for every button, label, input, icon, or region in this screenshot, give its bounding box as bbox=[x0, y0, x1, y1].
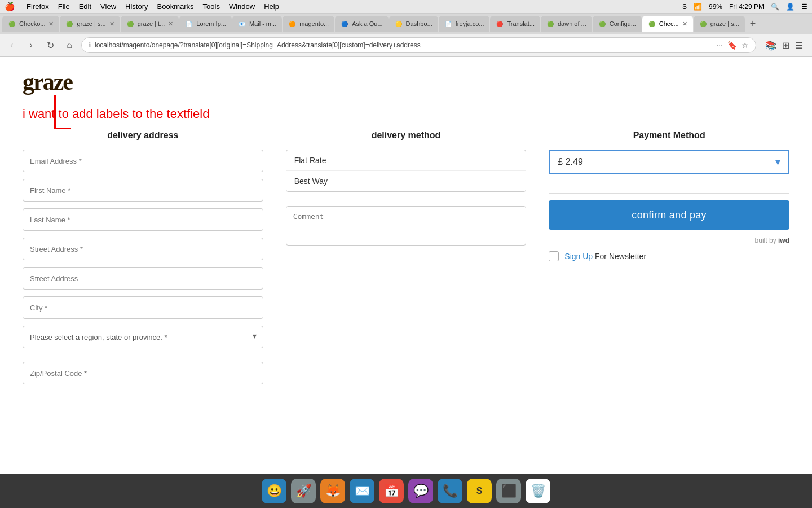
bookmark-icon[interactable]: ☆ bbox=[742, 41, 749, 50]
payment-divider-2 bbox=[549, 193, 789, 194]
menu-bookmarks[interactable]: Bookmarks bbox=[157, 2, 194, 11]
price-dropdown[interactable]: £ 2.49 ▾ bbox=[549, 150, 789, 174]
tab-label: dawn of ... bbox=[558, 20, 586, 27]
price-value: £ 2.49 bbox=[558, 157, 582, 167]
wifi-icon: 📶 bbox=[694, 3, 702, 11]
tab-lorem[interactable]: 📄 Lorem Ip... bbox=[179, 16, 232, 32]
payment-section: Payment Method £ 2.49 ▾ confirm and pay … bbox=[549, 130, 789, 391]
dock-trash[interactable]: 🗑️ bbox=[526, 479, 550, 503]
search-icon[interactable]: 🔍 bbox=[771, 3, 779, 11]
signup-link[interactable]: Sign Up bbox=[564, 252, 593, 261]
tab-configure[interactable]: 🟢 Configu... bbox=[593, 16, 642, 32]
browser-chrome: 🟢 Checko... ✕ 🟢 graze | s... ✕ 🟢 graze |… bbox=[0, 14, 812, 57]
menu-file[interactable]: File bbox=[58, 2, 70, 11]
dock-terminal[interactable]: ⬛ bbox=[496, 479, 521, 503]
tab-label: freyja.co... bbox=[456, 20, 484, 27]
refresh-button[interactable]: ↻ bbox=[43, 38, 58, 52]
delivery-method-section: delivery method Flat Rate Best Way bbox=[286, 130, 527, 391]
street-address-1-field[interactable] bbox=[23, 238, 263, 260]
menu-window[interactable]: Window bbox=[229, 2, 255, 11]
dock-finder[interactable]: 😀 bbox=[262, 479, 286, 503]
dock-launchpad[interactable]: 🚀 bbox=[291, 479, 316, 503]
home-button[interactable]: ⌂ bbox=[62, 38, 77, 52]
tab-graze3[interactable]: 🟢 graze | s... bbox=[694, 16, 745, 32]
tab-ask[interactable]: 🔵 Ask a Qu... bbox=[335, 16, 388, 32]
skype-icon: S bbox=[682, 3, 687, 11]
url-actions: ··· 🔖 ☆ bbox=[716, 41, 749, 50]
sidebar-toggle-icon[interactable]: ⊞ bbox=[782, 40, 789, 51]
checkout-grid: delivery address Please select a region,… bbox=[23, 130, 789, 391]
annotation-text: i want to add labels to the textfield bbox=[23, 107, 789, 121]
url-more-icon[interactable]: ··· bbox=[716, 41, 723, 50]
flat-rate-option[interactable]: Flat Rate bbox=[286, 150, 526, 171]
tab-mail[interactable]: 📧 Mail - m... bbox=[232, 16, 282, 32]
tab-label: graze | s... bbox=[77, 20, 105, 27]
tab-checkout-active[interactable]: 🟢 Chec... ✕ bbox=[642, 16, 693, 32]
menu-icon[interactable]: ☰ bbox=[795, 40, 803, 51]
reader-mode-icon[interactable]: 🔖 bbox=[727, 41, 737, 50]
email-field[interactable] bbox=[23, 150, 263, 172]
menu-history[interactable]: History bbox=[125, 2, 148, 11]
first-name-field[interactable] bbox=[23, 179, 263, 202]
newsletter-row: Sign Up For Newsletter bbox=[549, 251, 789, 261]
menubar: 🍎 Firefox File Edit View History Bookmar… bbox=[0, 0, 812, 14]
menu-edit[interactable]: Edit bbox=[79, 2, 91, 11]
newsletter-text: Sign Up For Newsletter bbox=[564, 252, 646, 261]
tab-magento[interactable]: 🟠 magento... bbox=[283, 16, 334, 32]
price-chevron-icon: ▾ bbox=[775, 156, 780, 168]
street-address-2-field[interactable] bbox=[23, 267, 263, 290]
city-field[interactable] bbox=[23, 296, 263, 319]
menu-help[interactable]: Help bbox=[264, 2, 279, 11]
tab-close-icon[interactable]: ✕ bbox=[48, 20, 54, 28]
zip-field[interactable] bbox=[23, 362, 263, 384]
url-text: localhost/magento/onepage/?translate[0][… bbox=[95, 41, 421, 49]
tab-dawn[interactable]: 🟢 dawn of ... bbox=[541, 16, 592, 32]
address-bar: ‹ › ↻ ⌂ ℹ localhost/magento/onepage/?tra… bbox=[0, 34, 812, 56]
collections-icon[interactable]: 📚 bbox=[765, 40, 776, 51]
delivery-method-title: delivery method bbox=[286, 130, 527, 141]
menu-view[interactable]: View bbox=[100, 2, 116, 11]
tab-close-active-icon[interactable]: ✕ bbox=[682, 20, 687, 28]
tab-label: Chec... bbox=[659, 20, 679, 27]
tab-translate[interactable]: 🔴 Translat... bbox=[490, 16, 540, 32]
tab-label: Checko... bbox=[19, 20, 45, 27]
tab-graze1[interactable]: 🟢 graze | s... ✕ bbox=[60, 16, 120, 32]
url-bar[interactable]: ℹ localhost/magento/onepage/?translate[0… bbox=[81, 37, 756, 53]
new-tab-button[interactable]: + bbox=[745, 18, 761, 30]
tab-label: Translat... bbox=[507, 20, 535, 27]
forward-button[interactable]: › bbox=[24, 38, 38, 52]
best-way-option[interactable]: Best Way bbox=[286, 171, 526, 191]
confirm-pay-button[interactable]: confirm and pay bbox=[549, 200, 789, 230]
menubar-right: S 📶 99% Fri 4:29 PM 🔍 👤 ☰ bbox=[682, 3, 807, 11]
dock-slack[interactable]: 💬 bbox=[408, 479, 433, 503]
tab-close-icon[interactable]: ✕ bbox=[168, 20, 173, 28]
payment-title: Payment Method bbox=[549, 130, 789, 141]
back-button[interactable]: ‹ bbox=[5, 38, 19, 52]
apple-logo: 🍎 bbox=[5, 2, 15, 12]
tab-bar: 🟢 Checko... ✕ 🟢 graze | s... ✕ 🟢 graze |… bbox=[0, 14, 812, 34]
dock-calendar[interactable]: 📅 bbox=[379, 479, 404, 503]
annotation-container: i want to add labels to the textfield bbox=[23, 107, 789, 121]
tab-label: Ask a Qu... bbox=[352, 20, 382, 27]
dock-skype[interactable]: 📞 bbox=[438, 479, 462, 503]
region-select[interactable]: Please select a region, state or provinc… bbox=[23, 326, 263, 348]
security-icon: ℹ bbox=[89, 41, 91, 49]
tab-graze2[interactable]: 🟢 graze | t... ✕ bbox=[121, 16, 179, 32]
last-name-field[interactable] bbox=[23, 208, 263, 231]
dock-firefox[interactable]: 🦊 bbox=[320, 479, 345, 503]
menu-tools[interactable]: Tools bbox=[203, 2, 220, 11]
comment-field[interactable] bbox=[286, 206, 527, 246]
tab-close-icon[interactable]: ✕ bbox=[109, 20, 114, 28]
dock-mail[interactable]: ✉️ bbox=[350, 479, 374, 503]
tab-checkout1[interactable]: 🟢 Checko... ✕ bbox=[2, 16, 59, 32]
tab-freyja[interactable]: 📄 freyja.co... bbox=[439, 16, 490, 32]
page-content: graze i want to add labels to the textfi… bbox=[0, 57, 812, 475]
tab-dashboard[interactable]: 🟡 Dashbo... bbox=[389, 16, 438, 32]
browser-toolbar-right: 📚 ⊞ ☰ bbox=[761, 40, 807, 51]
menu-firefox[interactable]: Firefox bbox=[27, 2, 49, 11]
dock-sublime[interactable]: S bbox=[467, 479, 492, 503]
delivery-divider bbox=[286, 199, 527, 199]
user-avatar: 👤 bbox=[786, 3, 795, 11]
taskbar: 😀 🚀 🦊 ✉️ 📅 💬 📞 S ⬛ 🗑️ bbox=[0, 474, 812, 508]
newsletter-checkbox[interactable] bbox=[549, 251, 559, 261]
